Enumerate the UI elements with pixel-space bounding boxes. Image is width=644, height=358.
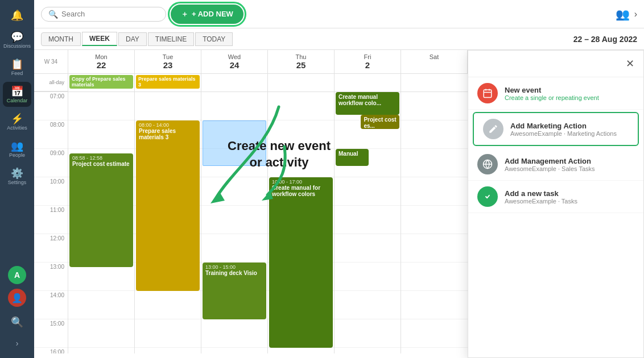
day-col-mon: 08:58 - 12:58 Project cost estimate xyxy=(68,92,135,353)
day-col-sat xyxy=(401,92,468,353)
task-icon xyxy=(477,186,498,207)
sidebar-item-feed[interactable]: 📋 Feed xyxy=(3,55,31,80)
body-scroll-area: 07:00 08:00 09:00 10:00 11:00 12:00 13:0… xyxy=(34,92,468,353)
dropdown-panel: ✕ New event Create a single or repeating… xyxy=(468,50,644,358)
all-day-cells: Copy of Prepare sales materials Prepare … xyxy=(68,74,468,91)
new-event-icon xyxy=(477,83,498,103)
sidebar: 🔔 💬 Discussions 📋 Feed 📅 Calendar ⚡ Acti… xyxy=(0,0,34,358)
all-day-event-1[interactable]: Prepare sales materials 3 xyxy=(136,75,200,89)
event-training-deck[interactable]: 13:00 - 15:00 Training deck Visio xyxy=(203,263,266,319)
day-col-tue: 08:00 - 14:00 Prepare sales materials 3 xyxy=(135,92,201,353)
calendar-icon: 📅 xyxy=(11,85,23,98)
day-col-fri: Create manual workflow colo... Project c… xyxy=(335,92,401,353)
day-header-tue: Tue 23 xyxy=(135,50,201,73)
day-header-thu: Thu 25 xyxy=(268,50,335,73)
time-800: 08:00 xyxy=(34,120,68,149)
discussions-icon: 💬 xyxy=(11,31,23,43)
bell-icon: 🔔 xyxy=(11,9,23,22)
sidebar-item-discussions[interactable]: 💬 Discussions xyxy=(3,27,31,52)
tab-day[interactable]: DAY xyxy=(118,32,147,46)
task-text: Add a new task AwesomeExample · Tasks xyxy=(505,189,634,205)
all-day-fri xyxy=(335,74,401,91)
sidebar-item-activities[interactable]: ⚡ Activities xyxy=(3,109,31,134)
all-day-sat xyxy=(401,74,468,91)
time-1200: 12:00 xyxy=(34,234,68,263)
topbar-right: 👥 › xyxy=(616,7,637,21)
settings-icon: ⚙️ xyxy=(11,167,23,180)
search-icon: 🔍 xyxy=(11,316,23,328)
day-header-mon: Mon 22 xyxy=(68,50,135,73)
selection-block xyxy=(203,120,266,166)
people-icon: 👥 xyxy=(11,140,23,152)
time-labels: 07:00 08:00 09:00 10:00 11:00 12:00 13:0… xyxy=(34,92,68,353)
tab-today[interactable]: TODAY xyxy=(195,32,233,46)
management-action-icon xyxy=(477,154,498,174)
calendar-area: MONTH WEEK DAY TIMELINE TODAY 22 – 28 Au… xyxy=(34,28,644,358)
all-day-wed xyxy=(201,74,268,91)
dropdown-close-button[interactable]: ✕ xyxy=(626,57,634,70)
sidebar-item-notifications[interactable]: 🔔 xyxy=(3,6,31,25)
week-label: 22 – 28 Aug 2022 xyxy=(573,35,637,44)
search-icon: 🔍 xyxy=(48,10,58,19)
time-700: 07:00 xyxy=(34,92,68,120)
dropdown-item-marketing-wrapper: Add Marketing Action AwesomeExample · Ma… xyxy=(473,112,639,146)
all-day-tue: Prepare sales materials 3 xyxy=(135,74,201,91)
day-col-thu: 10:00 - 17:00 Create manual for workflow… xyxy=(268,92,335,353)
sidebar-item-calendar[interactable]: 📅 Calendar xyxy=(3,82,31,107)
dropdown-item-new-event[interactable]: New event Create a single or repeating e… xyxy=(468,77,643,110)
all-day-mon: Copy of Prepare sales materials xyxy=(68,74,135,91)
view-tabs-bar: MONTH WEEK DAY TIMELINE TODAY 22 – 28 Au… xyxy=(34,28,644,50)
event-project-cost-estimate[interactable]: 08:58 - 12:58 Project cost estimate xyxy=(69,153,133,267)
dropdown-item-marketing[interactable]: Add Marketing Action AwesomeExample · Ma… xyxy=(474,113,638,145)
topbar: 🔍 ＋ + ADD NEW 👥 › xyxy=(34,0,644,28)
sidebar-item-people[interactable]: 👥 People xyxy=(3,136,31,161)
activities-icon: ⚡ xyxy=(11,113,23,125)
all-day-label: all-day xyxy=(34,74,68,91)
new-event-text: New event Create a single or repeating e… xyxy=(505,86,634,101)
event-prepare-sales[interactable]: 08:00 - 14:00 Prepare sales materials 3 xyxy=(136,120,200,291)
people-toggle-button[interactable]: 👥 xyxy=(616,7,630,21)
tab-timeline[interactable]: TIMELINE xyxy=(148,32,194,46)
event-fri-project[interactable]: Project cost es... xyxy=(361,115,399,129)
dropdown-item-management[interactable]: Add Management Action AwesomeExample · S… xyxy=(468,148,643,181)
plus-icon: ＋ xyxy=(181,9,188,19)
event-fri-manual[interactable]: Manual xyxy=(336,149,369,166)
search-input[interactable] xyxy=(61,10,159,18)
week-number: W 34 xyxy=(34,50,68,74)
day-headers-grid: Mon 22 Tue 23 Wed 24 Thu xyxy=(68,50,468,74)
days-columns: 08:58 - 12:58 Project cost estimate xyxy=(68,92,468,353)
day-headers: W 34 Mon 22 Tue 23 Wed 24 xyxy=(34,50,468,74)
time-1600: 16:00 xyxy=(34,348,68,353)
day-col-wed: 13:00 - 15:00 Training deck Visio xyxy=(201,92,268,353)
time-1300: 13:00 xyxy=(34,263,68,291)
user-avatar-initial[interactable]: A xyxy=(8,266,26,284)
dropdown-header: ✕ xyxy=(468,51,643,77)
management-action-text: Add Management Action AwesomeExample · S… xyxy=(505,157,634,172)
people-icon: 👥 xyxy=(616,7,630,21)
tab-month[interactable]: MONTH xyxy=(41,32,81,46)
all-day-event-0[interactable]: Copy of Prepare sales materials xyxy=(69,75,133,89)
sidebar-item-search[interactable]: 🔍 xyxy=(3,313,31,332)
add-new-button[interactable]: ＋ + ADD NEW xyxy=(171,5,243,24)
time-1400: 14:00 xyxy=(34,291,68,319)
search-box[interactable]: 🔍 xyxy=(41,7,166,22)
time-900: 09:00 xyxy=(34,149,68,177)
tab-week[interactable]: WEEK xyxy=(82,32,117,46)
feed-icon: 📋 xyxy=(11,58,23,70)
all-day-thu xyxy=(268,74,335,91)
user-avatar-photo[interactable]: 👤 xyxy=(8,289,26,307)
day-header-sat: Sat xyxy=(401,50,468,73)
time-1500: 15:00 xyxy=(34,319,68,348)
marketing-action-text: Add Marketing Action AwesomeExample · Ma… xyxy=(510,122,629,137)
sidebar-item-settings[interactable]: ⚙️ Settings xyxy=(3,164,31,189)
event-create-manual[interactable]: 10:00 - 17:00 Create manual for workflow… xyxy=(269,177,333,348)
svg-rect-2 xyxy=(484,90,492,98)
time-1100: 11:00 xyxy=(34,206,68,234)
day-header-fri: Fri 2 xyxy=(335,50,401,73)
time-1000: 10:00 xyxy=(34,177,68,206)
sidebar-item-expand[interactable]: › xyxy=(3,335,31,351)
nav-arrow-right[interactable]: › xyxy=(634,9,637,19)
marketing-action-icon xyxy=(483,119,503,139)
event-fri-workflow[interactable]: Create manual workflow colo... xyxy=(336,92,399,115)
dropdown-item-task[interactable]: Add a new task AwesomeExample · Tasks xyxy=(468,181,643,213)
